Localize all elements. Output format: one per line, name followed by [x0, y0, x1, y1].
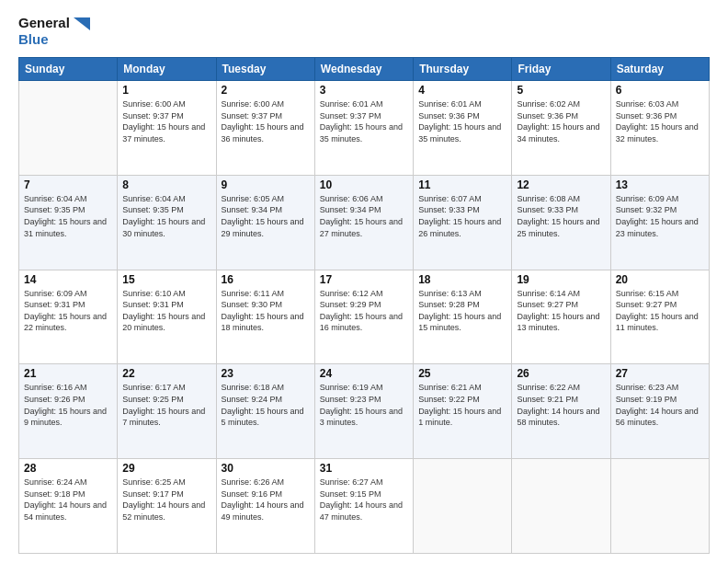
calendar-day-cell: 15Sunrise: 6:10 AM Sunset: 9:31 PM Dayli…	[118, 270, 216, 364]
calendar-day-cell: 3Sunrise: 6:01 AM Sunset: 9:37 PM Daylig…	[314, 81, 413, 176]
day-number: 3	[320, 84, 408, 97]
day-number: 18	[418, 273, 506, 286]
day-info: Sunrise: 6:09 AM Sunset: 9:31 PM Dayligh…	[24, 288, 112, 334]
day-number: 1	[122, 84, 210, 97]
day-info: Sunrise: 6:07 AM Sunset: 9:33 PM Dayligh…	[418, 193, 506, 239]
calendar-day-cell: 11Sunrise: 6:07 AM Sunset: 9:33 PM Dayli…	[414, 175, 512, 270]
header: General Blue	[18, 15, 710, 48]
day-number: 31	[320, 462, 408, 475]
calendar-day-header: Thursday	[414, 58, 512, 81]
day-number: 9	[222, 178, 310, 191]
calendar-week-row: 1Sunrise: 6:00 AM Sunset: 9:37 PM Daylig…	[19, 81, 710, 176]
day-number: 28	[24, 462, 112, 475]
day-number: 22	[122, 367, 210, 380]
day-info: Sunrise: 6:14 AM Sunset: 9:27 PM Dayligh…	[517, 288, 605, 334]
day-info: Sunrise: 6:23 AM Sunset: 9:19 PM Dayligh…	[616, 382, 704, 428]
calendar-day-cell: 2Sunrise: 6:00 AM Sunset: 9:37 PM Daylig…	[216, 81, 314, 176]
calendar-header-row: SundayMondayTuesdayWednesdayThursdayFrid…	[19, 58, 710, 81]
calendar-day-cell: 22Sunrise: 6:17 AM Sunset: 9:25 PM Dayli…	[118, 364, 216, 459]
calendar-day-header: Monday	[118, 58, 216, 81]
calendar-day-cell: 29Sunrise: 6:25 AM Sunset: 9:17 PM Dayli…	[118, 459, 216, 554]
day-info: Sunrise: 6:18 AM Sunset: 9:24 PM Dayligh…	[222, 382, 310, 428]
day-number: 16	[222, 273, 310, 286]
day-info: Sunrise: 6:05 AM Sunset: 9:34 PM Dayligh…	[222, 193, 310, 239]
day-number: 20	[616, 273, 704, 286]
day-number: 6	[616, 84, 704, 97]
day-info: Sunrise: 6:15 AM Sunset: 9:27 PM Dayligh…	[616, 288, 704, 334]
calendar-week-row: 7Sunrise: 6:04 AM Sunset: 9:35 PM Daylig…	[19, 175, 710, 270]
calendar-week-row: 14Sunrise: 6:09 AM Sunset: 9:31 PM Dayli…	[19, 270, 710, 364]
calendar-day-cell: 14Sunrise: 6:09 AM Sunset: 9:31 PM Dayli…	[19, 270, 118, 364]
calendar-day-cell: 31Sunrise: 6:27 AM Sunset: 9:15 PM Dayli…	[314, 459, 413, 554]
day-number: 30	[222, 462, 310, 475]
calendar-day-cell: 9Sunrise: 6:05 AM Sunset: 9:34 PM Daylig…	[216, 175, 314, 270]
day-info: Sunrise: 6:24 AM Sunset: 9:18 PM Dayligh…	[24, 477, 112, 523]
calendar-day-cell	[512, 459, 610, 554]
logo-triangle-icon	[74, 17, 90, 30]
logo: General Blue	[18, 15, 90, 48]
calendar-day-cell: 6Sunrise: 6:03 AM Sunset: 9:36 PM Daylig…	[610, 81, 709, 176]
calendar-day-cell: 19Sunrise: 6:14 AM Sunset: 9:27 PM Dayli…	[512, 270, 610, 364]
calendar-day-cell: 13Sunrise: 6:09 AM Sunset: 9:32 PM Dayli…	[610, 175, 709, 270]
day-info: Sunrise: 6:27 AM Sunset: 9:15 PM Dayligh…	[320, 477, 408, 523]
day-info: Sunrise: 6:17 AM Sunset: 9:25 PM Dayligh…	[122, 382, 210, 428]
day-number: 23	[222, 367, 310, 380]
calendar-day-cell: 18Sunrise: 6:13 AM Sunset: 9:28 PM Dayli…	[414, 270, 512, 364]
day-info: Sunrise: 6:13 AM Sunset: 9:28 PM Dayligh…	[418, 288, 506, 334]
day-info: Sunrise: 6:04 AM Sunset: 9:35 PM Dayligh…	[122, 193, 210, 239]
day-number: 14	[24, 273, 112, 286]
day-info: Sunrise: 6:08 AM Sunset: 9:33 PM Dayligh…	[517, 193, 605, 239]
calendar-day-header: Tuesday	[216, 58, 314, 81]
calendar-day-header: Saturday	[610, 58, 709, 81]
day-number: 17	[320, 273, 408, 286]
calendar-day-header: Sunday	[19, 58, 118, 81]
day-number: 24	[320, 367, 408, 380]
day-info: Sunrise: 6:25 AM Sunset: 9:17 PM Dayligh…	[122, 477, 210, 523]
day-number: 29	[122, 462, 210, 475]
calendar-week-row: 28Sunrise: 6:24 AM Sunset: 9:18 PM Dayli…	[19, 459, 710, 554]
calendar-day-cell: 7Sunrise: 6:04 AM Sunset: 9:35 PM Daylig…	[19, 175, 118, 270]
calendar-day-cell	[414, 459, 512, 554]
day-info: Sunrise: 6:01 AM Sunset: 9:37 PM Dayligh…	[320, 98, 408, 144]
day-info: Sunrise: 6:09 AM Sunset: 9:32 PM Dayligh…	[616, 193, 704, 239]
day-number: 12	[517, 178, 605, 191]
day-info: Sunrise: 6:22 AM Sunset: 9:21 PM Dayligh…	[517, 382, 605, 428]
day-info: Sunrise: 6:03 AM Sunset: 9:36 PM Dayligh…	[616, 98, 704, 144]
calendar-day-cell: 8Sunrise: 6:04 AM Sunset: 9:35 PM Daylig…	[118, 175, 216, 270]
day-number: 10	[320, 178, 408, 191]
calendar-day-cell: 4Sunrise: 6:01 AM Sunset: 9:36 PM Daylig…	[414, 81, 512, 176]
calendar-day-cell: 26Sunrise: 6:22 AM Sunset: 9:21 PM Dayli…	[512, 364, 610, 459]
calendar-day-cell: 17Sunrise: 6:12 AM Sunset: 9:29 PM Dayli…	[314, 270, 413, 364]
calendar-day-cell: 20Sunrise: 6:15 AM Sunset: 9:27 PM Dayli…	[610, 270, 709, 364]
day-info: Sunrise: 6:10 AM Sunset: 9:31 PM Dayligh…	[122, 288, 210, 334]
day-info: Sunrise: 6:00 AM Sunset: 9:37 PM Dayligh…	[222, 98, 310, 144]
calendar-day-cell: 21Sunrise: 6:16 AM Sunset: 9:26 PM Dayli…	[19, 364, 118, 459]
calendar-day-header: Friday	[512, 58, 610, 81]
day-info: Sunrise: 6:04 AM Sunset: 9:35 PM Dayligh…	[24, 193, 112, 239]
day-number: 15	[122, 273, 210, 286]
calendar-week-row: 21Sunrise: 6:16 AM Sunset: 9:26 PM Dayli…	[19, 364, 710, 459]
calendar-day-cell	[19, 81, 118, 176]
day-number: 19	[517, 273, 605, 286]
calendar-day-cell: 27Sunrise: 6:23 AM Sunset: 9:19 PM Dayli…	[610, 364, 709, 459]
logo-text: General Blue	[18, 15, 90, 48]
calendar-day-cell: 25Sunrise: 6:21 AM Sunset: 9:22 PM Dayli…	[414, 364, 512, 459]
calendar-day-cell: 28Sunrise: 6:24 AM Sunset: 9:18 PM Dayli…	[19, 459, 118, 554]
day-number: 11	[418, 178, 506, 191]
day-info: Sunrise: 6:11 AM Sunset: 9:30 PM Dayligh…	[222, 288, 310, 334]
day-info: Sunrise: 6:19 AM Sunset: 9:23 PM Dayligh…	[320, 382, 408, 428]
day-number: 13	[616, 178, 704, 191]
calendar-day-cell: 23Sunrise: 6:18 AM Sunset: 9:24 PM Dayli…	[216, 364, 314, 459]
day-info: Sunrise: 6:21 AM Sunset: 9:22 PM Dayligh…	[418, 382, 506, 428]
day-number: 8	[122, 178, 210, 191]
calendar-day-cell	[610, 459, 709, 554]
day-info: Sunrise: 6:02 AM Sunset: 9:36 PM Dayligh…	[517, 98, 605, 144]
calendar-day-cell: 10Sunrise: 6:06 AM Sunset: 9:34 PM Dayli…	[314, 175, 413, 270]
day-number: 7	[24, 178, 112, 191]
day-number: 27	[616, 367, 704, 380]
day-number: 21	[24, 367, 112, 380]
calendar-day-cell: 5Sunrise: 6:02 AM Sunset: 9:36 PM Daylig…	[512, 81, 610, 176]
day-info: Sunrise: 6:00 AM Sunset: 9:37 PM Dayligh…	[122, 98, 210, 144]
calendar-day-cell: 24Sunrise: 6:19 AM Sunset: 9:23 PM Dayli…	[314, 364, 413, 459]
calendar-day-cell: 12Sunrise: 6:08 AM Sunset: 9:33 PM Dayli…	[512, 175, 610, 270]
